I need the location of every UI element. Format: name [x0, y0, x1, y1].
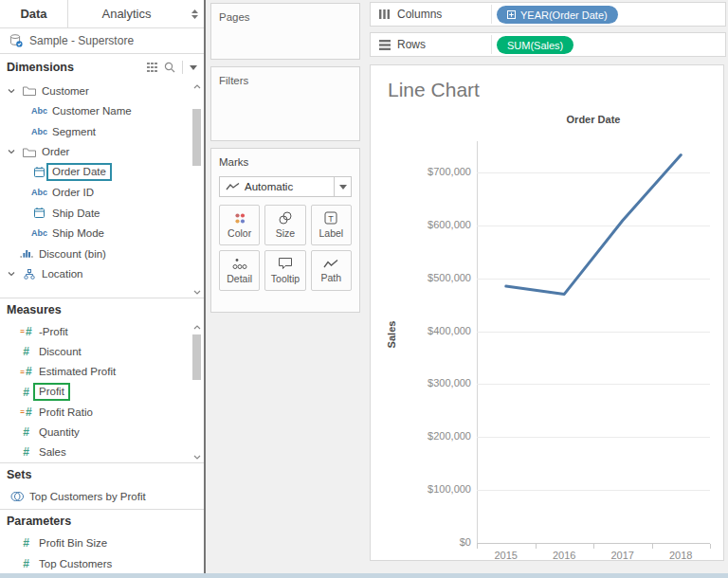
measure-icon: # [19, 345, 33, 358]
button-label: Tooltip [271, 273, 300, 284]
tab-analytics-label: Analytics [101, 7, 151, 21]
pages-shelf[interactable]: Pages [210, 3, 360, 60]
field-quantity[interactable]: # Quantity [0, 422, 204, 442]
parameter-icon: # [19, 536, 33, 550]
field-order-id[interactable]: Abc Order ID [0, 183, 204, 204]
scroll-down-icon[interactable] [191, 286, 203, 298]
field-estimated-profit[interactable]: =# Estimated Profit [0, 362, 204, 382]
columns-label: Columns [397, 8, 442, 21]
scrollbar-track[interactable] [192, 333, 201, 451]
scroll-down-icon[interactable] [191, 451, 203, 462]
measures-title: Measures [7, 303, 62, 316]
chevron-down-icon[interactable] [8, 88, 16, 94]
scrollbar-thumb[interactable] [192, 109, 201, 166]
scrollbar-thumb[interactable] [192, 334, 201, 380]
field-profit[interactable]: # Profit [0, 382, 204, 402]
hierarchy-icon [22, 269, 36, 280]
field-customer-name[interactable]: Abc Customer Name [0, 101, 204, 122]
measures-scrollbar[interactable] [191, 321, 203, 462]
set-top-customers-by-profit[interactable]: Top Customers by Profit [0, 486, 204, 507]
pane-tabbar: Data Analytics [0, 0, 204, 28]
field-label-highlighted: Order Date [46, 163, 112, 181]
calendar-icon [32, 167, 46, 177]
window-bottom-edge [0, 573, 728, 578]
marks-tooltip-button[interactable]: Tooltip [264, 250, 305, 291]
field-customer[interactable]: Customer [0, 81, 204, 101]
abc-icon: Abc [32, 106, 46, 116]
parameter-top-customers[interactable]: # Top Customers [0, 553, 204, 574]
rows-icon [379, 39, 391, 50]
tab-analytics[interactable]: Analytics [68, 0, 185, 27]
rows-pill-sum-sales[interactable]: SUM(Sales) [497, 36, 573, 54]
field-location[interactable]: Location [0, 264, 204, 285]
set-label: Top Customers by Profit [29, 491, 146, 502]
parameters-title: Parameters [7, 515, 71, 528]
field-segment[interactable]: Abc Segment [0, 121, 204, 142]
button-label: Size [276, 227, 295, 239]
columns-pill-year-order-date[interactable]: YEAR(Order Date) [497, 6, 618, 24]
field-label: Ship Mode [52, 227, 104, 239]
dimensions-title: Dimensions [7, 61, 74, 74]
rows-label: Rows [397, 38, 426, 51]
columns-shelf[interactable]: Columns YEAR(Order Date) [370, 2, 726, 27]
field-label: Estimated Profit [39, 366, 116, 377]
path-icon [323, 259, 338, 269]
size-icon [278, 211, 293, 225]
chevron-down-icon[interactable] [8, 271, 16, 277]
folder-icon [22, 85, 36, 96]
scroll-up-icon[interactable] [191, 81, 203, 92]
marks-detail-button[interactable]: Detail [219, 250, 260, 291]
pane-menu-caret-icon[interactable] [190, 65, 197, 70]
field-ship-mode[interactable]: Abc Ship Mode [0, 224, 204, 244]
field-label: Customer Name [52, 105, 132, 117]
pages-label: Pages [219, 11, 250, 23]
field-neg-profit[interactable]: =# -Profit [0, 321, 204, 341]
marks-path-button[interactable]: Path [311, 250, 352, 291]
field-label: Segment [52, 126, 96, 137]
parameter-label: Profit Bin Size [39, 537, 107, 549]
filters-shelf[interactable]: Filters [210, 66, 360, 141]
marks-card: Marks Automatic Color Size T Label Detai… [210, 148, 360, 313]
pane-collapse-icon[interactable] [185, 0, 204, 27]
mark-type-value: Automatic [245, 181, 293, 192]
field-order[interactable]: Order [0, 142, 204, 163]
abc-icon: Abc [32, 127, 46, 136]
pill-label: YEAR(Order Date) [520, 9, 608, 21]
parameters-list: # Profit Bin Size # Top Customers [0, 533, 204, 574]
mark-type-dropdown[interactable]: Automatic [219, 176, 352, 197]
measures-list: =# -Profit # Discount =# Estimated Profi… [0, 321, 204, 462]
line-mark-icon [220, 182, 245, 191]
chevron-down-icon[interactable] [8, 149, 16, 154]
pill-label: SUM(Sales) [507, 40, 563, 51]
scrollbar-track[interactable] [192, 92, 201, 286]
field-label: Discount (bin) [39, 248, 106, 260]
parameter-profit-bin-size[interactable]: # Profit Bin Size [0, 533, 204, 553]
tab-data[interactable]: Data [0, 0, 68, 27]
sales-line [506, 155, 682, 295]
pane-divider[interactable] [204, 0, 206, 578]
field-discount[interactable]: # Discount [0, 341, 204, 361]
search-icon[interactable] [164, 62, 175, 73]
sales-line-chart [371, 65, 725, 562]
marks-size-button[interactable]: Size [264, 205, 305, 245]
field-sales[interactable]: # Sales [0, 443, 204, 462]
scroll-up-icon[interactable] [191, 321, 203, 333]
marks-color-button[interactable]: Color [219, 205, 260, 245]
measures-header: Measures [0, 298, 204, 321]
view-grid-icon[interactable] [147, 63, 157, 72]
field-order-date[interactable]: Order Date [0, 162, 204, 183]
rows-shelf[interactable]: Rows SUM(Sales) [370, 32, 726, 57]
dropdown-caret-icon[interactable] [334, 177, 351, 196]
field-ship-date[interactable]: Ship Date [0, 203, 204, 224]
abc-icon: Abc [32, 188, 46, 197]
expand-plus-icon[interactable] [507, 10, 516, 19]
dimensions-scrollbar[interactable] [191, 81, 203, 298]
field-label: -Profit [39, 326, 68, 337]
field-discount-bin[interactable]: Discount (bin) [0, 244, 204, 264]
marks-label-button[interactable]: T Label [311, 205, 352, 245]
database-icon [9, 34, 23, 47]
abc-icon: Abc [32, 228, 46, 238]
field-label: Order ID [52, 187, 94, 198]
datasource-item[interactable]: Sample - Superstore [0, 28, 204, 54]
field-profit-ratio[interactable]: =# Profit Ratio [0, 402, 204, 422]
